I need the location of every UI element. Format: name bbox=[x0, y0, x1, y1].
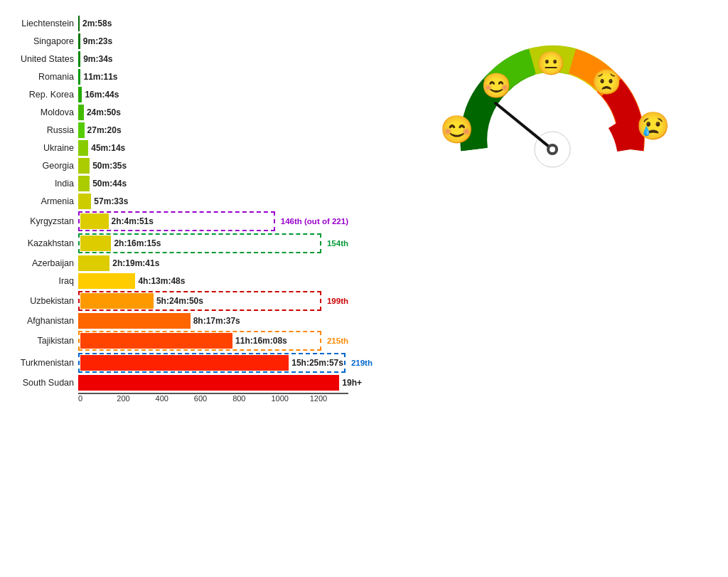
bar-time-label: 5h:24m:50s bbox=[156, 296, 203, 306]
country-label: Georgia bbox=[7, 161, 78, 171]
bar-time-label: 27m:20s bbox=[87, 125, 122, 135]
bar-fill bbox=[78, 176, 90, 191]
country-label: Kazakhstan bbox=[7, 238, 78, 248]
country-label: Liechtenstein bbox=[7, 18, 78, 28]
emoji-very-sad: 😢 bbox=[636, 110, 670, 142]
country-label: Singapore bbox=[7, 36, 78, 46]
bar-inner: 45m:14s bbox=[78, 140, 348, 156]
bar-time-label: 11h:16m:08s bbox=[235, 336, 287, 346]
bar-fill bbox=[78, 105, 84, 120]
bar-fill bbox=[80, 213, 109, 229]
bar-area: 5h:24m:50s199th bbox=[78, 291, 348, 311]
bar-area: 2h:16m:15s154th bbox=[78, 233, 348, 253]
country-label: Turkmenistan bbox=[7, 358, 78, 368]
bar-time-label: 24m:50s bbox=[87, 107, 121, 117]
bar-time-label: 2h:16m:15s bbox=[114, 238, 161, 248]
right-panel: 😊 😊 😐 😟 😢 bbox=[377, 7, 721, 570]
rank-annotation: 154th bbox=[327, 239, 348, 248]
bar-row: Azerbaijan2h:19m:41s bbox=[7, 255, 377, 271]
emoji-happy-center-left: 😊 bbox=[481, 71, 511, 100]
bar-inner: 11m:11s bbox=[78, 69, 348, 85]
bar-fill bbox=[78, 313, 191, 329]
bar-row: Armenia57m:33s bbox=[7, 194, 377, 209]
bar-row: Kazakhstan2h:16m:15s154th bbox=[7, 233, 377, 253]
bar-fill bbox=[78, 16, 80, 31]
bar-fill bbox=[78, 375, 339, 391]
bar-row: Tajikistan11h:16m:08s215th bbox=[7, 331, 377, 351]
bar-area: 50m:35s bbox=[78, 158, 348, 174]
country-label: United States bbox=[7, 54, 78, 64]
svg-point-3 bbox=[550, 147, 555, 152]
bar-inner: 2m:58s bbox=[78, 16, 348, 31]
bar-fill bbox=[78, 194, 91, 209]
bar-area: 57m:33s bbox=[78, 194, 348, 209]
x-axis: 020040060080010001200 bbox=[78, 393, 377, 403]
bar-area: 2h:4m:51s146th (out of 221) bbox=[78, 211, 348, 231]
bar-area: 9m:23s bbox=[78, 33, 348, 49]
bar-row: Georgia50m:35s bbox=[7, 158, 377, 174]
bar-row: South Sudan19h+ bbox=[7, 375, 377, 391]
x-tick: 1000 bbox=[271, 394, 309, 403]
rank-annotation: 199th bbox=[327, 297, 348, 305]
bar-time-label: 15h:25m:57s bbox=[291, 358, 343, 368]
country-label: Afghanistan bbox=[7, 316, 78, 326]
bar-time-label: 45m:14s bbox=[91, 143, 125, 153]
country-label: South Sudan bbox=[7, 378, 78, 388]
bar-area: 9m:34s bbox=[78, 51, 348, 67]
rank-annotation: 219th bbox=[351, 359, 373, 367]
country-label: Kyrgyzstan bbox=[7, 216, 78, 226]
bar-fill bbox=[78, 51, 80, 67]
bar-time-label: 57m:33s bbox=[94, 196, 128, 206]
bar-inner: 9m:34s bbox=[78, 51, 348, 67]
bar-fill bbox=[80, 293, 154, 309]
country-label: Romania bbox=[7, 72, 78, 82]
bar-area: 8h:17m:37s bbox=[78, 313, 348, 329]
bar-row: Rep. Korea16m:44s bbox=[7, 87, 377, 102]
bar-fill bbox=[78, 122, 85, 138]
country-label: Rep. Korea bbox=[7, 90, 78, 100]
bar-time-label: 9m:34s bbox=[83, 54, 112, 64]
bar-inner: 19h+ bbox=[78, 375, 348, 391]
bar-row: Afghanistan8h:17m:37s bbox=[7, 313, 377, 329]
bar-area: 16m:44s bbox=[78, 87, 348, 102]
bar-fill bbox=[80, 235, 111, 251]
bar-row: United States9m:34s bbox=[7, 51, 377, 67]
bar-time-label: 50m:35s bbox=[92, 161, 127, 171]
bar-fill bbox=[80, 333, 232, 349]
bar-area: 2m:58s bbox=[78, 16, 348, 31]
bar-fill bbox=[80, 355, 289, 371]
bar-row: Liechtenstein2m:58s bbox=[7, 16, 377, 31]
bar-time-label: 16m:44s bbox=[85, 90, 119, 100]
bar-fill bbox=[78, 273, 135, 289]
emoji-neutral: 😐 bbox=[537, 50, 565, 77]
bar-time-label: 8h:17m:37s bbox=[193, 316, 240, 326]
bar-row: Kyrgyzstan2h:4m:51s146th (out of 221) bbox=[7, 211, 377, 231]
rank-annotation: 146th (out of 221) bbox=[281, 217, 348, 226]
bar-inner: 2h:4m:51s bbox=[78, 211, 275, 231]
x-tick: 600 bbox=[194, 394, 232, 403]
bar-inner: 50m:35s bbox=[78, 158, 348, 174]
bar-fill bbox=[78, 158, 90, 174]
country-label: Armenia bbox=[7, 196, 78, 206]
emoji-sad-right: 😟 bbox=[592, 68, 621, 96]
bar-area: 19h+ bbox=[78, 375, 348, 391]
bar-row: India50m:44s bbox=[7, 176, 377, 191]
bar-time-label: 19h+ bbox=[342, 378, 362, 388]
x-tick: 200 bbox=[117, 394, 155, 403]
country-label: Moldova bbox=[7, 107, 78, 117]
bar-time-label: 4h:13m:48s bbox=[138, 276, 185, 286]
bar-area: 45m:14s bbox=[78, 140, 348, 156]
country-label: Uzbekistan bbox=[7, 296, 78, 306]
bar-inner: 5h:24m:50s bbox=[78, 291, 321, 311]
bar-inner: 2h:19m:41s bbox=[78, 255, 348, 271]
country-label: India bbox=[7, 179, 78, 189]
bar-row: Russia27m:20s bbox=[7, 122, 377, 138]
bar-fill bbox=[78, 69, 80, 85]
bar-area: 2h:19m:41s bbox=[78, 255, 348, 271]
svg-line-1 bbox=[496, 103, 552, 149]
bar-inner: 2h:16m:15s bbox=[78, 233, 321, 253]
bar-fill bbox=[78, 87, 82, 102]
country-label: Russia bbox=[7, 125, 78, 135]
bar-area: 27m:20s bbox=[78, 122, 348, 138]
bar-fill bbox=[78, 255, 109, 271]
